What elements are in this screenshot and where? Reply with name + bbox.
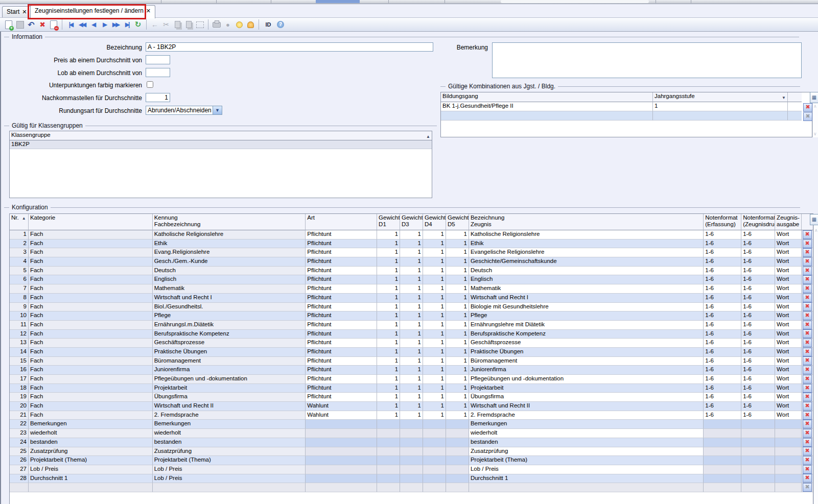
table-row[interactable]: 9FachBiol./Gesundheitsl.Pflichtunt1111Bi… (10, 303, 813, 312)
table-row[interactable]: 15FachBüromanagementPflichtunt1111Büroma… (10, 357, 813, 366)
cell[interactable]: Pflichtunt (306, 366, 377, 375)
cell[interactable]: 1-6 (741, 284, 775, 294)
cell[interactable]: Wort (775, 267, 802, 276)
column-header-kennung[interactable]: KennungFachbezeichnung (153, 214, 306, 230)
cell[interactable]: bestanden (29, 438, 153, 447)
cell[interactable] (704, 474, 741, 484)
cell[interactable]: Fach (29, 384, 153, 393)
cell[interactable]: 1-6 (704, 275, 741, 284)
cell[interactable] (775, 429, 802, 438)
cell[interactable]: Übungsfirma (153, 393, 306, 402)
cell[interactable]: Berufspraktische Kompetenz (153, 330, 306, 339)
bell-icon[interactable] (245, 19, 255, 30)
delete-row-button[interactable]: ✖ (803, 239, 812, 248)
cell[interactable]: 1-6 (704, 330, 741, 339)
cell[interactable]: Fach (29, 284, 153, 294)
cell[interactable]: 27 (10, 465, 29, 474)
table-row[interactable]: 24bestandenbestandenbestanden✖ (10, 438, 813, 447)
bemerkung-textarea[interactable] (492, 42, 802, 78)
delete-row-button[interactable]: ✖ (803, 411, 812, 420)
delete-row-button[interactable]: ✖ (803, 321, 812, 329)
konfiguration-lookup-grid-button[interactable]: ▦ (810, 214, 818, 225)
cell[interactable]: Pflichtunt (306, 257, 377, 267)
cell[interactable]: 1-6 (704, 303, 741, 312)
delete-row-button[interactable]: ✖ (803, 275, 812, 284)
delete-row-button[interactable]: ✖ (803, 103, 812, 112)
delete-row-button[interactable]: ✖ (803, 329, 812, 338)
nav-prev-icon[interactable]: ◀ (88, 19, 98, 30)
cell[interactable]: 1 (423, 339, 446, 348)
cell[interactable]: Fach (29, 330, 153, 339)
cell-filler[interactable] (788, 111, 802, 121)
cell[interactable]: 2. Fremdsprache (469, 411, 704, 420)
cell[interactable]: Pflichtunt (306, 230, 377, 239)
column-header-gewicht[interactable]: GewichtD5 (446, 214, 469, 230)
column-header-gewicht[interactable]: GewichtD1 (377, 214, 400, 230)
cell[interactable]: 1 (446, 348, 469, 357)
cell[interactable]: Ernährungslehre mit Diätetik (469, 321, 704, 330)
cell-jahrgangsstufe[interactable] (653, 111, 788, 121)
cell[interactable]: Projektarbeit (469, 384, 704, 393)
cell[interactable] (423, 465, 446, 474)
cell[interactable]: 16 (10, 366, 29, 375)
cell[interactable] (306, 438, 377, 447)
cell[interactable]: Praktische Übungen (469, 348, 704, 357)
cell[interactable] (423, 420, 446, 429)
scroll-up-icon[interactable]: ∧ (814, 228, 818, 233)
cell[interactable]: 1-6 (741, 411, 775, 420)
cell[interactable]: 1-6 (704, 230, 741, 239)
remove-form-icon[interactable]: − (49, 19, 59, 30)
cell[interactable]: 1 (423, 284, 446, 294)
cell[interactable] (377, 447, 400, 457)
cell[interactable]: 1 (400, 393, 423, 402)
cell[interactable] (741, 483, 775, 492)
cell[interactable]: bestanden (153, 438, 306, 447)
cell[interactable]: Zusatzprüfung (469, 447, 704, 457)
cell[interactable] (400, 474, 423, 484)
delete-row-button[interactable]: ✖ (803, 429, 812, 438)
cell[interactable]: Wort (775, 330, 802, 339)
cell[interactable]: 1 (10, 230, 29, 239)
table-row[interactable]: 14FachPraktische ÜbungenPflichtunt1111Pr… (10, 348, 813, 357)
cell[interactable]: 7 (10, 284, 29, 294)
cell[interactable]: 1 (400, 411, 423, 420)
cell[interactable]: 1 (446, 303, 469, 312)
nav-prev-fast-icon[interactable]: ◀◀ (77, 19, 87, 30)
cell-filler[interactable] (788, 102, 802, 111)
cell[interactable]: 1-6 (741, 275, 775, 284)
tab-start[interactable]: Start✕ (2, 6, 32, 18)
id-button[interactable]: ID (262, 19, 274, 30)
cell[interactable] (741, 465, 775, 474)
cell[interactable]: wiederholt (29, 429, 153, 438)
cell[interactable]: Mathematik (469, 284, 704, 294)
table-row[interactable]: 8FachWirtschaft und Recht IPflichtunt111… (10, 294, 813, 303)
cell[interactable]: 1 (377, 248, 400, 257)
cell[interactable]: 1 (400, 239, 423, 249)
cell[interactable]: 3 (10, 248, 29, 257)
cell[interactable]: Pflichtunt (306, 275, 377, 284)
table-row[interactable]: 13FachGeschäftsprozessePflichtunt1111Ges… (10, 339, 813, 348)
tab-zeugniseinstellungen[interactable]: Zeugniseinstellungen festlegen / ändern✕ (30, 5, 155, 18)
delete-row-button[interactable]: ✖ (803, 284, 812, 293)
cell[interactable]: Projektarbeit (Thema) (29, 456, 153, 465)
cell[interactable]: 10 (10, 311, 29, 321)
cell[interactable]: Englisch (469, 275, 704, 284)
cell[interactable]: 1 (377, 357, 400, 366)
cell[interactable]: 1 (423, 330, 446, 339)
delete-row-button[interactable]: ✖ (803, 366, 812, 374)
cell[interactable]: 13 (10, 339, 29, 348)
cell[interactable] (377, 465, 400, 474)
cell[interactable]: 1 (423, 411, 446, 420)
cell[interactable]: 1 (423, 384, 446, 393)
cell[interactable]: Mathematik (153, 284, 306, 294)
cell[interactable]: 1 (400, 321, 423, 330)
cell[interactable]: Fach (29, 366, 153, 375)
cell[interactable]: Übungsfirma (469, 393, 704, 402)
cell[interactable]: Wahlunt (306, 411, 377, 420)
cell[interactable]: 1 (377, 411, 400, 420)
cell[interactable] (400, 456, 423, 465)
table-row[interactable]: 20FachWirtschaft und Recht IIWahlunt1111… (10, 402, 813, 411)
rundungsart-select[interactable]: Abrunden/Abschneiden ▼ (146, 106, 222, 115)
cell-jahrgangsstufe[interactable]: 1 (653, 102, 788, 111)
cell[interactable]: 1-6 (741, 330, 775, 339)
